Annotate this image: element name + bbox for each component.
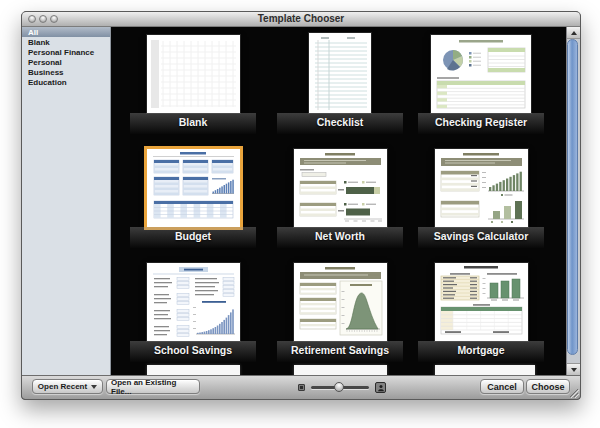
vertical-scrollbar[interactable] bbox=[566, 27, 580, 375]
small-thumbnail-icon bbox=[298, 384, 305, 391]
template-cell-school-savings[interactable]: School Savings bbox=[122, 261, 264, 367]
partial-thumbnail bbox=[435, 365, 535, 375]
cancel-label: Cancel bbox=[487, 382, 517, 392]
template-cell-checking-register[interactable]: Checking Register bbox=[410, 33, 552, 139]
person-icon bbox=[377, 384, 385, 392]
template-chooser-window: Template Chooser All Blank Personal Fina… bbox=[21, 11, 581, 400]
minimize-icon[interactable] bbox=[39, 15, 47, 23]
cancel-button[interactable]: Cancel bbox=[480, 379, 524, 394]
sidebar-item-education[interactable]: Education bbox=[22, 77, 110, 87]
blank-thumbnail-image bbox=[147, 35, 240, 113]
open-recent-button[interactable]: Open Recent bbox=[32, 379, 103, 394]
template-cell-blank[interactable]: Blank bbox=[122, 33, 264, 139]
template-label: Checklist bbox=[317, 116, 364, 128]
window-controls bbox=[28, 15, 58, 23]
template-label: Checking Register bbox=[435, 116, 527, 128]
window-titlebar[interactable]: Template Chooser bbox=[22, 12, 580, 27]
thumbnail-size-slider bbox=[298, 380, 386, 395]
template-label: Mortgage bbox=[457, 344, 504, 356]
slider-track[interactable] bbox=[311, 386, 369, 389]
checklist-thumbnail-image bbox=[309, 33, 371, 113]
slider-thumb[interactable] bbox=[334, 382, 344, 392]
checking-register-thumbnail-image bbox=[431, 35, 531, 113]
close-icon[interactable] bbox=[28, 15, 36, 23]
main-area: All Blank Personal Finance Personal Busi… bbox=[22, 27, 580, 375]
template-label: School Savings bbox=[154, 344, 232, 356]
template-label: Savings Calculator bbox=[434, 230, 529, 242]
open-recent-label: Open Recent bbox=[38, 382, 87, 391]
retirement-savings-thumbnail-image bbox=[294, 263, 387, 341]
window-title: Template Chooser bbox=[22, 12, 580, 26]
template-label: Budget bbox=[175, 230, 211, 242]
budget-thumbnail-image bbox=[147, 149, 240, 227]
template-cell-retirement-savings[interactable]: Retirement Savings bbox=[269, 261, 411, 367]
category-sidebar: All Blank Personal Finance Personal Busi… bbox=[22, 27, 111, 375]
savings-calculator-thumbnail-image bbox=[435, 149, 528, 227]
template-cell-checklist[interactable]: Checklist bbox=[269, 33, 411, 139]
template-label: Retirement Savings bbox=[291, 344, 389, 356]
scroll-down-icon[interactable] bbox=[567, 363, 580, 375]
scroll-up-icon[interactable] bbox=[567, 27, 580, 39]
bottom-toolbar: Open Recent Open an Existing File... Can… bbox=[22, 375, 580, 399]
open-existing-file-button[interactable]: Open an Existing File... bbox=[106, 379, 200, 394]
sidebar-item-blank[interactable]: Blank bbox=[22, 37, 110, 47]
template-cell-net-worth[interactable]: Net Worth bbox=[269, 147, 411, 253]
scrollbar-thumb[interactable] bbox=[567, 39, 578, 355]
partial-thumbnail bbox=[147, 365, 240, 375]
sidebar-item-personal[interactable]: Personal bbox=[22, 57, 110, 67]
mortgage-thumbnail-image bbox=[435, 263, 528, 341]
sidebar-item-all[interactable]: All bbox=[22, 27, 110, 37]
school-savings-thumbnail-image bbox=[147, 263, 240, 341]
choose-button[interactable]: Choose bbox=[526, 379, 570, 394]
net-worth-thumbnail-image bbox=[294, 149, 387, 227]
template-label: Net Worth bbox=[315, 230, 365, 242]
chevron-down-icon bbox=[91, 385, 97, 389]
sidebar-item-business[interactable]: Business bbox=[22, 67, 110, 77]
template-cell-savings-calculator[interactable]: Savings Calculator bbox=[410, 147, 552, 253]
partial-thumbnail bbox=[294, 365, 387, 375]
template-label: Blank bbox=[179, 116, 208, 128]
sidebar-item-personal-finance[interactable]: Personal Finance bbox=[22, 47, 110, 57]
template-cell-budget[interactable]: Budget bbox=[122, 147, 264, 253]
resize-grip[interactable] bbox=[567, 386, 579, 398]
template-cell-mortgage[interactable]: Mortgage bbox=[410, 261, 552, 367]
zoom-icon[interactable] bbox=[50, 15, 58, 23]
choose-label: Choose bbox=[531, 382, 564, 392]
template-grid: Blank Checklist bbox=[111, 27, 580, 375]
large-thumbnail-icon bbox=[375, 382, 386, 393]
open-existing-file-label: Open an Existing File... bbox=[111, 378, 195, 396]
